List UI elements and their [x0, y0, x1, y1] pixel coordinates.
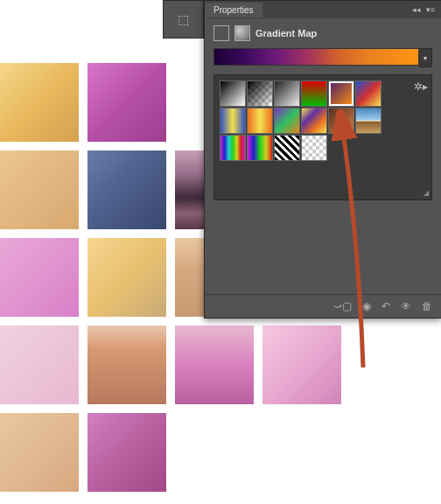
- preset-fg-transparent[interactable]: [247, 80, 273, 107]
- preset-red-green[interactable]: [301, 80, 327, 107]
- image-tile: [88, 63, 166, 142]
- preset-gear-icon[interactable]: ✲▸: [414, 80, 428, 93]
- image-tile: [88, 238, 166, 317]
- preset-transparent[interactable]: [301, 135, 327, 161]
- gradient-presets: ✲▸ ◢: [214, 74, 432, 200]
- panel-tab-bar: Properties ◂◂ ▾≡: [205, 1, 441, 18]
- trash-icon[interactable]: 🗑: [422, 300, 432, 312]
- collapse-icon[interactable]: ◂◂: [411, 4, 422, 15]
- adjustment-name: Gradient Map: [256, 28, 317, 38]
- clip-to-layer-icon[interactable]: ⤻▢: [333, 300, 352, 312]
- preset-copper[interactable]: [328, 108, 354, 134]
- 3d-icon: ⬚: [178, 12, 189, 26]
- image-tile: [88, 150, 166, 229]
- image-tile: [262, 326, 341, 404]
- image-tile: [88, 326, 166, 404]
- preset-yellow-violet-orange[interactable]: [301, 108, 327, 134]
- image-tile: [0, 150, 79, 229]
- properties-panel: Properties ◂◂ ▾≡ Gradient Map ▼ ✲▸ ◢ ⤻▢ …: [204, 0, 441, 318]
- preset-blue-yellow-blue[interactable]: [220, 108, 246, 134]
- panel-menu-icon[interactable]: ▾≡: [425, 4, 436, 15]
- tool-dock[interactable]: ⬚: [163, 0, 204, 38]
- preset-spectrum[interactable]: [220, 135, 246, 161]
- gradient-dropdown-button[interactable]: ▼: [419, 48, 432, 67]
- adjustment-header: Gradient Map: [214, 25, 432, 41]
- image-tile: [175, 326, 254, 404]
- panel-footer: ⤻▢ ◉ ↶ 👁 🗑: [205, 294, 441, 318]
- preset-violet-green-orange[interactable]: [274, 108, 300, 134]
- image-tile: [0, 238, 79, 317]
- reset-icon[interactable]: ↶: [382, 300, 390, 312]
- preset-rainbow-transparent[interactable]: [247, 135, 273, 161]
- image-tile: [88, 413, 166, 492]
- preset-black-white[interactable]: [220, 80, 246, 107]
- preset-orange-yellow-orange[interactable]: [247, 108, 273, 134]
- visibility-icon[interactable]: 👁: [401, 300, 411, 312]
- preset-chrome[interactable]: [355, 108, 382, 134]
- panel-body: Gradient Map ▼ ✲▸ ◢: [205, 18, 441, 207]
- gradient-selector: ▼: [214, 48, 432, 67]
- properties-tab[interactable]: Properties: [205, 3, 262, 18]
- resize-handle-icon[interactable]: ◢: [424, 189, 429, 197]
- preset-blue-red-yellow[interactable]: [355, 80, 382, 107]
- image-tile: [0, 413, 79, 492]
- view-previous-icon[interactable]: ◉: [362, 300, 371, 312]
- layer-mask-icon[interactable]: [214, 25, 229, 41]
- gradient-preview[interactable]: [214, 48, 419, 66]
- adjustment-icon[interactable]: [234, 25, 250, 41]
- preset-violet-orange[interactable]: [328, 80, 354, 107]
- image-tile: [0, 326, 79, 404]
- image-tile: [0, 63, 79, 142]
- preset-stripes[interactable]: [274, 135, 300, 161]
- preset-black-white-soft[interactable]: [274, 80, 300, 107]
